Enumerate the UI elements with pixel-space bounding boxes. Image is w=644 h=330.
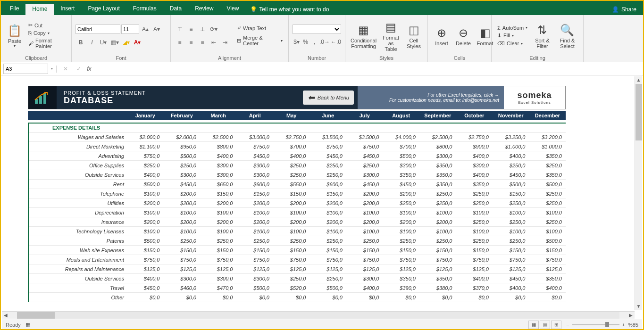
scroll-up-arrow-icon[interactable]: ▲ bbox=[635, 76, 642, 84]
data-cell[interactable]: $125,0 bbox=[200, 264, 237, 273]
data-cell[interactable]: $0,0 bbox=[127, 293, 164, 302]
scroll-down-arrow-icon[interactable]: ▼ bbox=[635, 303, 642, 310]
increase-indent-button[interactable]: ⇥ bbox=[220, 37, 230, 48]
font-color-button[interactable]: A▾ bbox=[132, 37, 142, 48]
data-cell[interactable]: $0,0 bbox=[346, 293, 383, 302]
data-cell[interactable]: $470,0 bbox=[200, 283, 237, 292]
data-cell[interactable]: $400,0 bbox=[529, 283, 566, 292]
data-cell[interactable]: $250,0 bbox=[346, 236, 383, 245]
data-cell[interactable]: $450,0 bbox=[346, 180, 383, 189]
data-cell[interactable]: $150,0 bbox=[310, 189, 347, 198]
table-row[interactable]: Advertising$750,0$500,0$400,0$450,0$400,… bbox=[29, 151, 566, 161]
data-cell[interactable]: $750,0 bbox=[383, 255, 420, 264]
table-row[interactable]: Other$0,0$0,0$0,0$0,0$0,0$0,0$0,0$0,0$0,… bbox=[29, 293, 566, 302]
data-cell[interactable]: $250,0 bbox=[383, 236, 420, 245]
data-cell[interactable]: $3.200,0 bbox=[529, 132, 566, 141]
data-cell[interactable]: $200,0 bbox=[200, 217, 237, 226]
data-cell[interactable]: $300,0 bbox=[346, 274, 383, 283]
data-cell[interactable]: $100,0 bbox=[127, 189, 164, 198]
data-cell[interactable]: $100,0 bbox=[456, 227, 493, 236]
paste-button[interactable]: 📋Paste▾ bbox=[5, 17, 25, 54]
data-cell[interactable]: $0,0 bbox=[273, 293, 310, 302]
table-row[interactable]: Technology Licenses$100,0$100,0$100,0$10… bbox=[29, 227, 566, 236]
data-cell[interactable]: $0,0 bbox=[383, 293, 420, 302]
data-cell[interactable]: $400,0 bbox=[456, 274, 493, 283]
data-cell[interactable]: $350,0 bbox=[419, 180, 456, 189]
font-size-select[interactable] bbox=[121, 25, 139, 34]
data-cell[interactable]: $300,0 bbox=[237, 170, 274, 179]
data-cell[interactable]: $380,0 bbox=[419, 283, 456, 292]
data-cell[interactable]: $250,0 bbox=[529, 161, 566, 170]
data-cell[interactable]: $125,0 bbox=[310, 264, 347, 273]
data-cell[interactable]: $450,0 bbox=[237, 151, 274, 160]
data-cell[interactable]: $100,0 bbox=[419, 227, 456, 236]
data-cell[interactable]: $200,0 bbox=[346, 217, 383, 226]
increase-decimal-button[interactable]: .0→ bbox=[319, 37, 330, 47]
table-row[interactable]: Meals and Entertainment$750,0$750,0$750,… bbox=[29, 255, 566, 264]
scroll-left-arrow-icon[interactable]: ◀ bbox=[2, 313, 9, 318]
tab-data[interactable]: Data bbox=[163, 3, 188, 15]
data-cell[interactable]: $100,0 bbox=[529, 208, 566, 217]
data-cell[interactable]: $200,0 bbox=[237, 198, 274, 207]
enter-formula-icon[interactable]: ✓ bbox=[74, 64, 84, 74]
table-row[interactable]: Office Supplies$250,0$250,0$300,0$300,0$… bbox=[29, 161, 566, 170]
delete-cells-button[interactable]: ⊖Delete bbox=[453, 17, 473, 54]
data-cell[interactable]: $300,0 bbox=[346, 170, 383, 179]
data-cell[interactable]: $500,0 bbox=[127, 180, 164, 189]
table-row[interactable]: Rent$500,0$450,0$650,0$600,0$550,0$600,0… bbox=[29, 180, 566, 189]
scroll-right-arrow-icon[interactable]: ▶ bbox=[627, 313, 635, 318]
data-cell[interactable]: $2.500,0 bbox=[200, 132, 237, 141]
data-cell[interactable]: $250,0 bbox=[164, 236, 201, 245]
data-cell[interactable]: $500,0 bbox=[164, 151, 201, 160]
data-cell[interactable]: $400,0 bbox=[273, 151, 310, 160]
data-cell[interactable]: $500,0 bbox=[529, 236, 566, 245]
data-cell[interactable]: $0,0 bbox=[237, 293, 274, 302]
data-cell[interactable]: $250,0 bbox=[493, 161, 529, 170]
number-format-select[interactable] bbox=[293, 25, 341, 34]
data-cell[interactable]: $150,0 bbox=[237, 246, 274, 255]
data-cell[interactable]: $2.500,0 bbox=[419, 132, 456, 141]
data-cell[interactable]: $300,0 bbox=[200, 161, 237, 170]
tab-home[interactable]: Home bbox=[25, 3, 54, 15]
data-cell[interactable]: $600,0 bbox=[237, 180, 274, 189]
data-cell[interactable]: $100,0 bbox=[127, 227, 164, 236]
table-row[interactable]: Web site Expenses$150,0$150,0$150,0$150,… bbox=[29, 246, 566, 255]
data-cell[interactable]: $750,0 bbox=[273, 255, 310, 264]
data-cell[interactable]: $1.100,0 bbox=[127, 142, 164, 151]
data-cell[interactable]: $150,0 bbox=[127, 246, 164, 255]
data-cell[interactable]: $150,0 bbox=[493, 246, 529, 255]
data-cell[interactable]: $450,0 bbox=[127, 283, 164, 292]
data-cell[interactable]: $3.500,0 bbox=[346, 132, 383, 141]
data-cell[interactable]: $200,0 bbox=[383, 217, 420, 226]
data-cell[interactable]: $350,0 bbox=[529, 151, 566, 160]
data-cell[interactable]: $200,0 bbox=[419, 217, 456, 226]
data-cell[interactable]: $100,0 bbox=[346, 208, 383, 217]
italic-button[interactable]: I bbox=[87, 37, 97, 48]
currency-button[interactable]: $▾ bbox=[293, 37, 301, 47]
data-cell[interactable]: $125,0 bbox=[493, 264, 529, 273]
data-cell[interactable]: $100,0 bbox=[310, 208, 347, 217]
orientation-button[interactable]: ⟳▾ bbox=[209, 24, 219, 34]
table-row[interactable]: Patents$500,0$250,0$250,0$250,0$250,0$25… bbox=[29, 236, 566, 246]
data-cell[interactable]: $250,0 bbox=[237, 236, 274, 245]
data-cell[interactable]: $200,0 bbox=[127, 198, 164, 207]
align-center-button[interactable]: ≡ bbox=[186, 37, 196, 48]
zoom-slider[interactable] bbox=[572, 324, 619, 325]
data-cell[interactable]: $300,0 bbox=[456, 161, 493, 170]
format-painter-button[interactable]: 🖌Format Painter bbox=[26, 37, 67, 50]
data-cell[interactable]: $200,0 bbox=[273, 198, 310, 207]
table-row[interactable]: Insurance$200,0$200,0$200,0$200,0$200,0$… bbox=[29, 217, 566, 227]
data-cell[interactable]: $100,0 bbox=[273, 227, 310, 236]
data-cell[interactable]: $100,0 bbox=[529, 227, 566, 236]
table-row[interactable]: Travel$450,0$460,0$470,0$500,0$520,0$500… bbox=[29, 283, 566, 293]
data-cell[interactable]: $250,0 bbox=[493, 217, 529, 226]
data-cell[interactable]: $800,0 bbox=[200, 142, 237, 151]
data-cell[interactable]: $750,0 bbox=[346, 255, 383, 264]
normal-view-button[interactable]: ▦ bbox=[528, 321, 539, 329]
data-cell[interactable]: $4.000,0 bbox=[383, 132, 420, 141]
data-cell[interactable]: $800,0 bbox=[419, 142, 456, 151]
data-cell[interactable]: $200,0 bbox=[310, 198, 347, 207]
data-cell[interactable]: $750,0 bbox=[237, 255, 274, 264]
data-cell[interactable]: $2.000,0 bbox=[127, 132, 164, 141]
data-cell[interactable]: $1.000,0 bbox=[493, 142, 529, 151]
